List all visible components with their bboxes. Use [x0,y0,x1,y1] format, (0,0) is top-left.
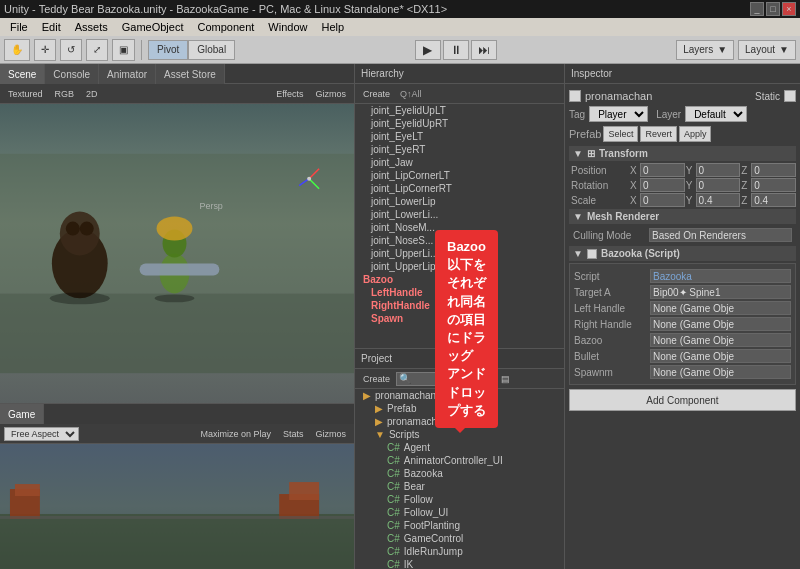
tab-animator[interactable]: Animator [99,64,156,84]
list-item[interactable]: C# Follow [355,493,564,506]
tab-console[interactable]: Console [45,64,99,84]
prefab-apply-button[interactable]: Apply [679,126,712,142]
scene-canvas[interactable]: Persp [0,104,354,403]
hierarchy-righthandle-item[interactable]: RightHandle [355,299,564,312]
hierarchy-bazoo-item[interactable]: Bazoo [355,273,564,286]
right-handle-value[interactable]: None (Game Obje [650,317,791,331]
list-item[interactable]: C# Agent [355,441,564,454]
scene-gizmos[interactable]: Gizmos [311,88,350,100]
scale-y-input[interactable] [696,193,741,207]
pos-x-input[interactable] [640,163,685,177]
scale-z-input[interactable] [751,193,796,207]
pos-y-input[interactable] [696,163,741,177]
scale-tool[interactable]: ⤢ [86,39,108,61]
list-item[interactable]: joint_UpperLi... [355,247,564,260]
tab-scene[interactable]: Scene [0,64,45,84]
play-button[interactable]: ▶ [415,40,441,60]
scene-rgb[interactable]: RGB [51,88,79,100]
scene-effects[interactable]: Effects [272,88,307,100]
scene-textured[interactable]: Textured [4,88,47,100]
script-active-checkbox[interactable] [587,249,597,259]
layers-dropdown[interactable]: Layers ▼ [676,40,734,60]
bazoo-value[interactable]: None (Game Obje [650,333,791,347]
bullet-value[interactable]: None (Game Obje [650,349,791,363]
list-item[interactable]: C# GameControl [355,532,564,545]
list-item[interactable]: C# AnimatorController_UI [355,454,564,467]
layer-dropdown[interactable]: Default [685,106,747,122]
list-item[interactable]: joint_LipCornerLT [355,169,564,182]
transform-section-header[interactable]: ▼ ⊞ Transform [569,146,796,161]
pivot-button[interactable]: Pivot [148,40,188,60]
project-create[interactable]: Create [359,373,394,385]
aspect-dropdown[interactable]: Free Aspect [4,427,79,441]
rot-x-input[interactable] [640,178,685,192]
list-item[interactable]: joint_Jaw [355,156,564,169]
list-item[interactable]: ▶ Prefab [355,402,564,415]
pos-z-input[interactable] [751,163,796,177]
project-search[interactable] [396,372,476,386]
list-item[interactable]: joint_EyeLT [355,130,564,143]
hierarchy-lefthandle-item[interactable]: LeftHandle [355,286,564,299]
list-item[interactable]: joint_EyelidUpRT [355,117,564,130]
maximize-button[interactable]: □ [766,2,780,16]
list-item[interactable]: C# Bear [355,480,564,493]
list-item[interactable]: joint_LowerLip [355,195,564,208]
add-component-button[interactable]: Add Component [569,389,796,411]
tag-dropdown[interactable]: Player [589,106,648,122]
menu-gameobject[interactable]: GameObject [116,18,190,36]
scale-x-input[interactable] [640,193,685,207]
close-button[interactable]: × [782,2,796,16]
left-handle-value[interactable]: None (Game Obje [650,301,791,315]
active-checkbox[interactable] [569,90,581,102]
global-button[interactable]: Global [188,40,235,60]
list-item[interactable]: C# IK [355,558,564,569]
prefab-select-button[interactable]: Select [603,126,638,142]
mesh-renderer-header[interactable]: ▼ Mesh Renderer [569,209,796,224]
list-item[interactable]: joint_LipCornerRT [355,182,564,195]
menu-window[interactable]: Window [262,18,313,36]
window-controls[interactable]: _ □ × [750,2,796,16]
rot-y-input[interactable] [696,178,741,192]
spawn-value[interactable]: None (Game Obje [650,365,791,379]
pause-button[interactable]: ⏸ [443,40,469,60]
menu-edit[interactable]: Edit [36,18,67,36]
target-a-value[interactable]: Bip00✦ Spine1 [650,285,791,299]
menu-file[interactable]: File [4,18,34,36]
menu-assets[interactable]: Assets [69,18,114,36]
layout-dropdown[interactable]: Layout ▼ [738,40,796,60]
list-item[interactable]: C# IdleRunJump [355,545,564,558]
list-item[interactable]: joint_NoseS... [355,234,564,247]
list-item[interactable]: joint_NoseM... [355,221,564,234]
tab-asset-store[interactable]: Asset Store [156,64,225,84]
prefab-revert-button[interactable]: Revert [640,126,677,142]
hand-tool[interactable]: ✋ [4,39,30,61]
scene-2d[interactable]: 2D [82,88,102,100]
rotate-tool[interactable]: ↺ [60,39,82,61]
list-item[interactable]: C# Follow_UI [355,506,564,519]
list-item[interactable]: C# FootPlanting [355,519,564,532]
project-icon-2[interactable]: ▤ [497,373,514,385]
rect-tool[interactable]: ▣ [112,39,135,61]
list-item[interactable]: ▶ pronamachan [355,415,564,428]
bazooka-script-header[interactable]: ▼ Bazooka (Script) [569,246,796,261]
list-item[interactable]: joint_UpperLipRT [355,260,564,273]
hierarchy-spawn-item[interactable]: Spawn [355,312,564,325]
tab-game[interactable]: Game [0,404,44,424]
list-item[interactable]: ▼ Scripts [355,428,564,441]
stats-button[interactable]: Stats [279,428,308,440]
maximize-on-play[interactable]: Maximize on Play [196,428,275,440]
list-item[interactable]: joint_LowerLi... [355,208,564,221]
list-item[interactable]: ▶ pronamachan [355,389,564,402]
list-item[interactable]: joint_EyeRT [355,143,564,156]
game-gizmos[interactable]: Gizmos [311,428,350,440]
move-tool[interactable]: ✛ [34,39,56,61]
list-item[interactable]: C# Bazooka [355,467,564,480]
project-icon-1[interactable]: ◱ [478,373,495,385]
script-value[interactable]: Bazooka [650,269,791,283]
static-checkbox[interactable] [784,90,796,102]
hierarchy-create[interactable]: Create [359,88,394,100]
list-item[interactable]: joint_EyelidUpLT [355,104,564,117]
menu-help[interactable]: Help [315,18,350,36]
step-button[interactable]: ⏭ [471,40,497,60]
minimize-button[interactable]: _ [750,2,764,16]
